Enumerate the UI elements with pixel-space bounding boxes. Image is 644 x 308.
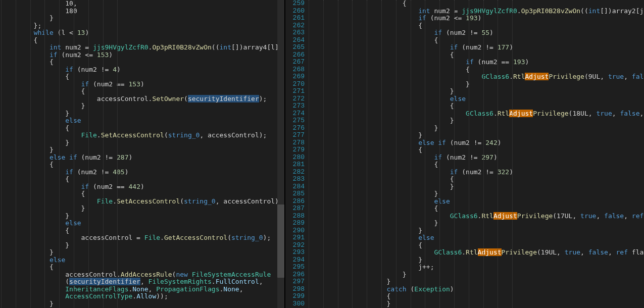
left-scrollbar[interactable] <box>277 0 284 308</box>
right-line-gutter: 2592602612622632642652662672682692702712… <box>285 0 308 308</box>
left-code-area[interactable]: 10, 180 } }; while (l < 13) { int num2 =… <box>0 0 284 307</box>
left-scroll-thumb[interactable] <box>277 204 284 278</box>
split-view: 10, 180 } }; while (l < 13) { int num2 =… <box>0 0 644 308</box>
left-editor-pane[interactable]: 10, 180 } }; while (l < 13) { int num2 =… <box>0 0 284 308</box>
right-editor-pane[interactable]: 2592602612622632642652662672682692702712… <box>285 0 644 308</box>
right-code-area[interactable]: { int num2 = jjs9HVgylZcfR0.Op3pRI0B28vZ… <box>308 0 644 308</box>
